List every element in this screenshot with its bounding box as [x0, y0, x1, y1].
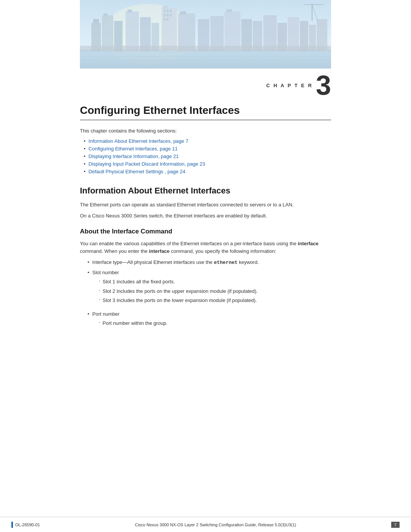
- svg-rect-12: [127, 10, 132, 13]
- svg-rect-18: [167, 10, 169, 12]
- chapter-text: C H A P T E R: [266, 83, 313, 88]
- sub-bullet-list-2: ◦ Slot 1 includes all the fixed ports. ◦…: [88, 278, 258, 306]
- sub-bullet-2-1-text: Slot 1 includes all the fixed ports.: [103, 278, 175, 286]
- svg-rect-21: [167, 14, 169, 16]
- footer-doc-number: OL-26590-01: [15, 522, 40, 527]
- svg-rect-16: [163, 6, 168, 9]
- bullet-char-1: •: [88, 259, 89, 266]
- sub-bullet-char-2-2: ◦: [99, 288, 100, 293]
- toc-link-5[interactable]: Default Physical Ethernet Settings , pag…: [89, 169, 185, 174]
- sub-bullet-char-2-1: ◦: [99, 278, 100, 284]
- sub-bullet-char-2-3: ◦: [99, 297, 100, 302]
- section-1-para-1: The Ethernet ports can operate as standa…: [80, 201, 331, 209]
- sub-bullet-2-2-text: Slot 2 includes the ports on the upper e…: [103, 288, 258, 295]
- svg-rect-7: [93, 19, 99, 23]
- section-1-heading: Information About Ethernet Interfaces: [80, 186, 331, 196]
- svg-rect-22: [170, 14, 172, 16]
- bullet-1-pre: Interface type—All physical Ethernet int…: [92, 259, 214, 265]
- svg-rect-23: [164, 18, 166, 21]
- chapter-label-container: C H A P T E R 3: [80, 69, 331, 101]
- svg-rect-2: [80, 50, 331, 69]
- s2-para-bold2: interface: [149, 248, 169, 254]
- city-skyline-svg: [80, 0, 331, 69]
- bullet-2-main: • Slot number: [88, 269, 119, 276]
- toc-link-2[interactable]: Configuring Ethernet Interfaces, page 11: [89, 146, 178, 152]
- svg-rect-24: [167, 18, 169, 21]
- s2-para-post: command, you specify the following infor…: [170, 248, 276, 254]
- s2-para-bold1: interface: [298, 241, 319, 246]
- svg-rect-26: [180, 11, 186, 14]
- sub-bullet-list-3: ◦ Port number within the group.: [88, 320, 167, 329]
- footer-bar: [11, 522, 13, 528]
- toc-item-2: • Configuring Ethernet Interfaces, page …: [84, 146, 331, 152]
- svg-rect-29: [225, 11, 241, 51]
- content-area: Configuring Ethernet Interfaces This cha…: [80, 104, 331, 331]
- section-1-para-2: On a Cisco Nexus 3000 Series switch, the…: [80, 212, 331, 220]
- footer-page-number: 7: [391, 522, 400, 528]
- toc-item-1: • Information About Ethernet Interfaces,…: [84, 138, 331, 144]
- toc-list: • Information About Ethernet Interfaces,…: [80, 138, 331, 174]
- footer-center-text: Cisco Nexus 3000 NX-OS Layer 2 Switching…: [135, 522, 296, 527]
- section-2-heading: About the Interface Command: [80, 228, 331, 235]
- chapter-intro: This chapter contains the following sect…: [80, 128, 331, 134]
- toc-bullet-4: •: [84, 161, 86, 167]
- bullet-list: • Interface type—All physical Ethernet i…: [80, 259, 331, 331]
- svg-rect-19: [170, 10, 172, 12]
- bullet-item-3: • Port number ◦ Port number within the g…: [88, 310, 331, 331]
- bullet-3-main: • Port number: [88, 310, 119, 318]
- sub-bullet-2-3: ◦ Slot 3 includes the ports on the lower…: [99, 297, 258, 304]
- section-2-para-1: You can enable the various capabilities …: [80, 240, 331, 256]
- s2-para-pre: You can enable the various capabilities …: [80, 241, 298, 246]
- sub-bullet-3-1-text: Port number within the group.: [103, 320, 168, 327]
- bullet-item-2: • Slot number ◦ Slot 1 includes all the …: [88, 269, 331, 308]
- toc-item-4: • Displaying Input Packet Discard Inform…: [84, 161, 331, 167]
- page-container: C H A P T E R 3 Configuring Ethernet Int…: [0, 0, 411, 532]
- chapter-number: 3: [316, 72, 331, 99]
- sub-bullet-char-3-1: ◦: [99, 320, 100, 325]
- header-image: [80, 0, 331, 69]
- toc-item-5: • Default Physical Ethernet Settings , p…: [84, 169, 331, 174]
- toc-bullet-2: •: [84, 146, 86, 152]
- bullet-char-2: •: [88, 269, 89, 276]
- bullet-2-text: Slot number: [92, 269, 119, 276]
- toc-bullet-3: •: [84, 153, 86, 159]
- toc-link-1[interactable]: Information About Ethernet Interfaces, p…: [89, 138, 188, 144]
- bullet-3-text: Port number: [92, 310, 120, 318]
- svg-rect-20: [164, 14, 166, 16]
- svg-rect-30: [226, 9, 232, 12]
- page-footer: OL-26590-01 Cisco Nexus 3000 NX-OS Layer…: [0, 517, 411, 532]
- sub-bullet-2-1: ◦ Slot 1 includes all the fixed ports.: [99, 278, 258, 286]
- svg-rect-9: [104, 13, 107, 16]
- bullet-1-text: Interface type—All physical Ethernet int…: [92, 259, 259, 267]
- toc-link-4[interactable]: Displaying Input Packet Discard Informat…: [89, 161, 205, 167]
- sub-bullet-3-1: ◦ Port number within the group.: [99, 320, 167, 327]
- toc-bullet-5: •: [84, 169, 86, 174]
- toc-bullet-1: •: [84, 138, 86, 144]
- footer-left: OL-26590-01: [11, 522, 40, 528]
- chapter-title: Configuring Ethernet Interfaces: [80, 104, 331, 117]
- bullet-1-code: ethernet: [214, 260, 237, 265]
- bullet-char-3: •: [88, 310, 89, 318]
- svg-rect-11: [126, 11, 139, 51]
- svg-rect-39: [80, 46, 331, 51]
- toc-link-3[interactable]: Displaying Interface Information, page 2…: [89, 153, 179, 159]
- sub-bullet-2-3-text: Slot 3 includes the ports on the lower e…: [103, 297, 257, 304]
- sub-bullet-2-2: ◦ Slot 2 includes the ports on the upper…: [99, 288, 258, 295]
- bullet-item-1: • Interface type—All physical Ethernet i…: [88, 259, 331, 267]
- bullet-1-post: keyword.: [237, 259, 259, 265]
- toc-item-3: • Displaying Interface Information, page…: [84, 153, 331, 159]
- svg-rect-17: [164, 10, 166, 12]
- title-rule: [80, 120, 331, 120]
- s2-para-mid: command. When you enter the: [80, 248, 149, 254]
